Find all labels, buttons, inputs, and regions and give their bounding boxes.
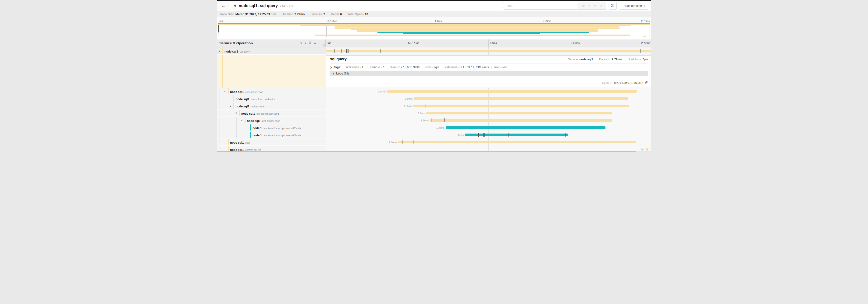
summary-value: 2.79ms	[294, 12, 305, 16]
span-tree-cell[interactable]: ∨node sql1consuming rows	[217, 88, 326, 95]
tag-item[interactable]: _unfinished=1	[342, 66, 366, 69]
next-result-icon[interactable]: ∨	[594, 4, 596, 7]
log-marker	[640, 49, 641, 53]
column-resize-grip[interactable]: ||	[323, 44, 325, 46]
span-row[interactable]: ∨node sql1sql query	[217, 47, 651, 55]
span-service: node sql1	[224, 50, 238, 53]
back-button[interactable]: ←	[217, 1, 230, 11]
summary-label: Duration	[282, 12, 293, 16]
span-bar[interactable]	[426, 112, 613, 114]
horizontal-scrollbar[interactable]	[217, 151, 636, 152]
span-timeline-cell[interactable]: 1.84ms	[326, 95, 651, 102]
span-row[interactable]: node 1/cockroach.roachpb.Internal/Batch1…	[217, 124, 651, 131]
expand-one-icon[interactable]: >	[305, 41, 307, 45]
span-bar[interactable]	[413, 105, 629, 107]
span-detail-row: sql query Service: node sql1 Duration: 2…	[217, 55, 651, 88]
service-label: Service:	[568, 58, 579, 61]
tag-equals: =	[432, 66, 433, 69]
span-bar[interactable]	[446, 126, 606, 129]
logs-bar[interactable]: ❯ Logs (18)	[330, 71, 648, 76]
span-row[interactable]: node 1/cockroach.roachpb.Internal/Batch8…	[217, 131, 651, 138]
find-input[interactable]	[503, 4, 578, 7]
minimap-span-bar	[300, 25, 631, 26]
ruler-tick-label: 2.09ms	[571, 41, 580, 44]
span-bar[interactable]	[398, 141, 636, 143]
span-timeline-cell[interactable]: 1.85ms	[326, 102, 651, 109]
ruler-tick-label: 1.4ms	[490, 41, 497, 44]
expand-chevron-icon[interactable]: ∨	[229, 104, 231, 107]
log-marker	[483, 133, 484, 137]
expand-chevron-icon[interactable]: ∨	[218, 49, 220, 53]
minimap-span-bar	[218, 24, 650, 25]
span-tree-cell[interactable]: ∨node sql1dist sender send	[217, 117, 326, 124]
timeline-minimap[interactable]	[218, 23, 650, 37]
tags-expand-chevron-icon[interactable]: ❯	[330, 66, 332, 69]
tags-row[interactable]: ❯ Tags: _unfinished=1_verbose=1client=12…	[330, 66, 648, 69]
expand-chevron-icon[interactable]: ∨	[224, 90, 226, 93]
logs-expand-chevron-icon[interactable]: ❯	[332, 72, 334, 75]
span-row[interactable]: ∨node sql1txn coordinator send1.6ms	[217, 109, 651, 117]
keyboard-shortcuts-button[interactable]: ⌘	[609, 2, 617, 9]
span-row[interactable]: ∨node sql1dist sender send1.56ms	[217, 117, 651, 124]
span-id-label: SpanID:	[602, 81, 612, 85]
tag-item[interactable]: user=root	[492, 66, 510, 69]
expand-chevron-icon[interactable]: ∨	[241, 119, 243, 122]
span-row[interactable]: node sql1batch flow coordinator1.84ms	[217, 95, 651, 102]
tree-controls: ∨ > ∨∨ ≫	[300, 41, 316, 45]
span-timeline-cell[interactable]: 1.56ms	[326, 117, 651, 124]
span-bar[interactable]	[430, 119, 612, 122]
span-bar[interactable]	[387, 90, 637, 93]
span-tree-cell[interactable]: node sql1flow	[217, 138, 326, 146]
indent-guide	[242, 124, 242, 131]
log-marker	[475, 133, 475, 137]
tag-item[interactable]: statement=SELECT * FROM users	[442, 66, 492, 69]
span-bar[interactable]	[326, 50, 651, 52]
span-bar[interactable]	[465, 134, 568, 136]
log-marker	[383, 49, 383, 53]
collapse-one-icon[interactable]: ∨	[300, 41, 302, 45]
tag-item[interactable]: client=127.0.0.1:59936	[387, 66, 422, 69]
collapse-trace-chevron-icon[interactable]: ∨	[234, 4, 237, 8]
span-color-accent	[245, 117, 246, 123]
span-tree-cell[interactable]: node 1/cockroach.roachpb.Internal/Batch	[217, 124, 326, 131]
trace-view-dropdown[interactable]: Trace Timeline ∨	[619, 2, 648, 9]
span-bar[interactable]	[414, 97, 628, 100]
start-time-label: Start Time:	[628, 58, 642, 61]
span-row[interactable]: ∨node sql1consuming rows2.14ms	[217, 88, 651, 95]
span-timeline-cell[interactable]: 1.6ms	[326, 109, 651, 117]
span-timeline-cell[interactable]: 886μs	[326, 131, 651, 138]
collapse-all-icon[interactable]: ∨∨	[309, 41, 311, 45]
tag-equals: =	[500, 66, 502, 69]
span-bar[interactable]	[646, 148, 648, 150]
span-timeline-cell[interactable]: 2.14ms	[326, 88, 651, 95]
span-tree-cell[interactable]: node sql1batch flow coordinator	[217, 95, 326, 102]
summary-separator	[345, 12, 345, 15]
span-service: node sql1	[230, 141, 244, 144]
ruler-tick-label: 2.79ms	[641, 41, 650, 44]
log-marker	[468, 133, 468, 137]
expand-chevron-icon[interactable]: ∨	[235, 112, 237, 115]
prev-result-icon[interactable]: ∧	[588, 4, 590, 7]
tag-item[interactable]: node=sql1	[422, 66, 442, 69]
span-tree-cell[interactable]: ∨node sql1colbatchscan	[217, 102, 326, 109]
span-tree-cell[interactable]: ∨node sql1sql query	[217, 47, 326, 55]
span-tree-cell[interactable]: ∨node sql1txn coordinator send	[217, 109, 326, 117]
log-marker	[413, 140, 413, 144]
log-marker	[487, 133, 487, 137]
span-color-accent	[222, 48, 223, 54]
span-tree-cell[interactable]: node 1/cockroach.roachpb.Internal/Batch	[217, 131, 326, 138]
clear-search-icon[interactable]: ✕	[600, 4, 602, 7]
locate-icon[interactable]: ◎	[582, 4, 584, 7]
span-timeline-cell[interactable]: 1.37ms	[326, 124, 651, 131]
span-timeline-cell[interactable]	[326, 47, 651, 55]
trace-view-label: Trace Timeline	[622, 4, 642, 7]
tag-item[interactable]: _verbose=1	[366, 66, 387, 69]
span-timeline-cell[interactable]: 2.04ms	[326, 138, 651, 146]
span-row[interactable]: ∨node sql1colbatchscan1.85ms	[217, 102, 651, 109]
span-row[interactable]: node sql1flow2.04ms	[217, 138, 651, 146]
minimap-span-bar	[357, 30, 598, 32]
deep-link-icon[interactable]	[645, 81, 648, 85]
summary-separator	[279, 12, 279, 15]
expand-all-icon[interactable]: ≫	[313, 41, 316, 45]
log-marker	[639, 49, 639, 53]
